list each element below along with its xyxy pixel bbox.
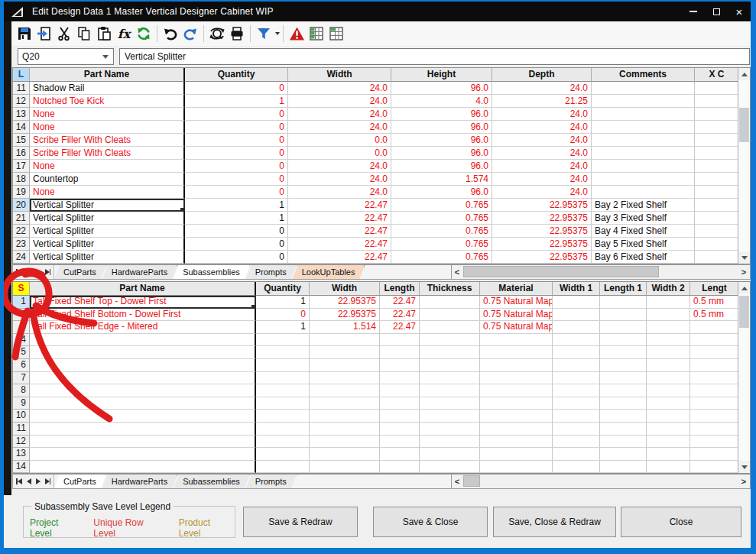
- scrollbar-thumb[interactable]: [463, 266, 659, 277]
- table-cell[interactable]: [30, 410, 256, 423]
- table-cell[interactable]: [600, 410, 647, 423]
- table-cell[interactable]: [420, 359, 480, 372]
- table-cell[interactable]: [310, 410, 380, 423]
- table-cell[interactable]: [380, 448, 420, 461]
- table-cell[interactable]: [690, 384, 739, 397]
- table-cell[interactable]: 22.95375: [492, 199, 592, 212]
- table-cell[interactable]: 24.0: [492, 121, 592, 134]
- table-cell[interactable]: [647, 384, 690, 397]
- table-cell[interactable]: [420, 410, 480, 423]
- table-cell[interactable]: [695, 238, 739, 251]
- table-cell[interactable]: 0: [185, 147, 288, 160]
- table-cell[interactable]: Vertical Splitter: [30, 251, 185, 264]
- col-header-quantity[interactable]: Quantity: [185, 68, 288, 82]
- filter-icon[interactable]: [254, 24, 274, 44]
- table-cell[interactable]: 22.47: [288, 251, 391, 264]
- table-cell[interactable]: [647, 397, 690, 410]
- table-cell[interactable]: [647, 410, 690, 423]
- row-header[interactable]: 5: [13, 346, 30, 359]
- table-cell[interactable]: 24.0: [288, 160, 391, 173]
- table-cell[interactable]: 1: [256, 321, 310, 334]
- prev-tab-icon[interactable]: [27, 478, 31, 484]
- table-cell[interactable]: 22.95375: [492, 251, 592, 264]
- table-cell[interactable]: [600, 384, 647, 397]
- row-header[interactable]: 8: [13, 384, 30, 397]
- table-cell[interactable]: [420, 309, 480, 322]
- scroll-up-icon[interactable]: [738, 282, 750, 294]
- table-cell[interactable]: 1.514: [310, 321, 380, 334]
- table-cell[interactable]: [690, 423, 739, 436]
- table-cell[interactable]: [695, 173, 739, 186]
- table-cell[interactable]: [647, 423, 690, 436]
- export-icon[interactable]: [34, 24, 54, 44]
- table-cell[interactable]: 0: [185, 121, 288, 134]
- table-cell[interactable]: [310, 359, 380, 372]
- table-cell[interactable]: 22.95375: [492, 238, 592, 251]
- table-cell[interactable]: 0: [185, 173, 288, 186]
- table-cell[interactable]: [420, 436, 480, 449]
- table-cell[interactable]: [695, 199, 739, 212]
- paste-icon[interactable]: [94, 24, 114, 44]
- undo-icon[interactable]: [161, 24, 180, 44]
- table-cell[interactable]: [30, 397, 256, 410]
- row-header[interactable]: 13: [13, 108, 30, 121]
- col-header-width1[interactable]: Width 1: [553, 282, 600, 296]
- row-header[interactable]: 2: [13, 309, 30, 322]
- table-cell[interactable]: [553, 359, 600, 372]
- table-cell[interactable]: 96.0: [391, 134, 492, 147]
- save-redraw-button[interactable]: Save & Redraw: [243, 507, 358, 537]
- table-cell[interactable]: [690, 436, 739, 449]
- table-cell[interactable]: Vertical Splitter: [30, 199, 185, 212]
- table-cell[interactable]: [310, 372, 380, 385]
- table-cell[interactable]: 96.0: [391, 121, 492, 134]
- table-cell[interactable]: 96.0: [391, 108, 492, 121]
- last-tab-icon[interactable]: [45, 269, 51, 275]
- table-cell[interactable]: 22.47: [288, 212, 391, 225]
- table-cell[interactable]: 0.75 Natural Maple: [480, 321, 553, 334]
- table-cell[interactable]: 24.0: [492, 186, 592, 199]
- save-close-redraw-button[interactable]: Save, Close & Redraw: [493, 507, 616, 537]
- table-cell[interactable]: [647, 436, 690, 449]
- table-cell[interactable]: [310, 384, 380, 397]
- scroll-right-icon[interactable]: >: [738, 265, 749, 279]
- row-header[interactable]: 6: [13, 359, 30, 372]
- table-cell[interactable]: [600, 461, 647, 474]
- table-cell[interactable]: 24.0: [288, 186, 391, 199]
- table-cell[interactable]: [600, 359, 647, 372]
- table-cell[interactable]: [553, 334, 600, 347]
- table-cell[interactable]: [480, 436, 553, 449]
- table-cell[interactable]: [380, 359, 420, 372]
- row-header[interactable]: 11: [13, 423, 30, 436]
- table-cell[interactable]: [310, 461, 380, 474]
- bottom-vertical-scrollbar[interactable]: [738, 282, 750, 473]
- table-cell[interactable]: [553, 321, 600, 334]
- table-cell[interactable]: [380, 423, 420, 436]
- table-cell[interactable]: [600, 309, 647, 322]
- table-cell[interactable]: Scribe Filler With Cleats: [30, 134, 185, 147]
- table-cell[interactable]: [30, 359, 256, 372]
- row-header[interactable]: 23: [13, 238, 30, 251]
- table-cell[interactable]: [256, 423, 310, 436]
- table-cell[interactable]: [647, 461, 690, 474]
- table-cell[interactable]: [647, 309, 690, 322]
- row-header[interactable]: 15: [13, 134, 30, 147]
- table-cell[interactable]: [695, 251, 739, 264]
- chevron-down-icon[interactable]: [102, 55, 109, 59]
- table-cell[interactable]: [690, 334, 739, 347]
- table-cell[interactable]: [480, 372, 553, 385]
- table-cell[interactable]: [600, 372, 647, 385]
- warning-icon[interactable]: [287, 24, 307, 44]
- table-cell[interactable]: 96.0: [391, 186, 492, 199]
- function-icon[interactable]: fx: [114, 24, 134, 44]
- scrollbar-thumb[interactable]: [739, 108, 749, 142]
- table-cell[interactable]: Scribe Filler With Cleats: [30, 147, 185, 160]
- table-cell[interactable]: 1: [185, 95, 288, 108]
- table-cell[interactable]: [592, 121, 695, 134]
- prev-tab-icon[interactable]: [27, 269, 31, 275]
- table-cell[interactable]: 24.0: [288, 173, 391, 186]
- grid-insert-icon[interactable]: [307, 24, 326, 44]
- table-cell[interactable]: [256, 448, 310, 461]
- table-cell[interactable]: [256, 359, 310, 372]
- table-cell[interactable]: [480, 448, 553, 461]
- row-header[interactable]: 18: [13, 173, 30, 186]
